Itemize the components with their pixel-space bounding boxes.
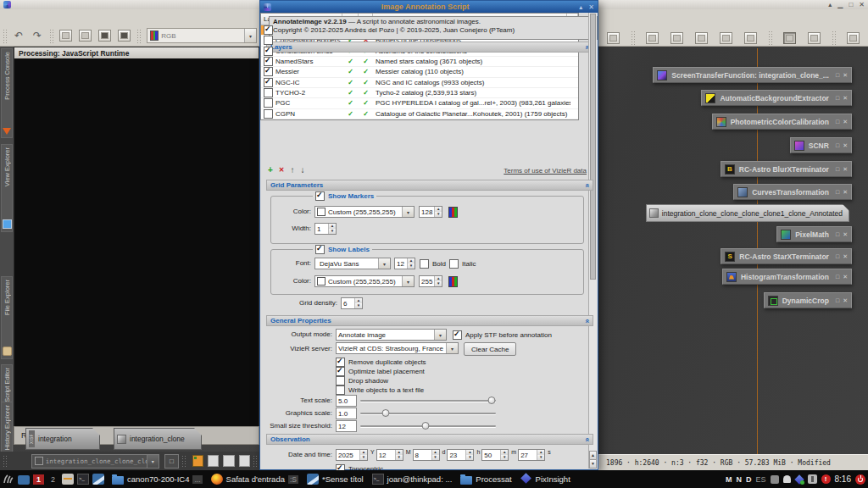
restore-icon[interactable]: □ <box>836 166 839 173</box>
color-picker-icon[interactable] <box>448 207 458 218</box>
window-tool-icon[interactable] <box>646 32 659 44</box>
restore-icon[interactable]: □ <box>849 1 853 8</box>
process-window-titlebar[interactable]: AutomaticBackgroundExtractor □✕ <box>701 90 852 106</box>
desktop-icon[interactable] <box>18 475 30 485</box>
scrollbar-thumb[interactable] <box>590 14 596 280</box>
close-icon[interactable]: ✕ <box>843 119 848 125</box>
close-icon[interactable]: ✕ <box>843 166 848 173</box>
table-row[interactable]: Messier ✓ ✓ Messier catalog (110 objects… <box>261 67 578 77</box>
vizier-server-combo[interactable]: VizieR at CDS: Strasbourg, France <box>336 342 459 354</box>
fit-window-icon[interactable] <box>783 32 796 44</box>
toolbar-handle[interactable] <box>253 455 257 468</box>
table-row[interactable]: TYCHO-2 ✓ ✓ Tycho-2 catalog (2,539,913 s… <box>261 88 578 98</box>
taskbar-window-button[interactable]: *Sense títol <box>303 474 368 485</box>
remove-layer-button[interactable]: ✕ <box>279 165 285 175</box>
window-tool-icon[interactable] <box>847 32 860 44</box>
image-tab-integration[interactable]: XISF integration <box>25 428 100 450</box>
section-general-properties[interactable]: General Properties« <box>266 315 593 326</box>
restore-icon[interactable]: □ <box>836 72 839 79</box>
close-icon[interactable]: ✕ <box>843 142 848 149</box>
workspace-thumb-1[interactable] <box>192 455 203 467</box>
restore-icon[interactable]: □ <box>836 231 839 238</box>
text-scale-slider[interactable] <box>360 396 496 405</box>
redo-icon[interactable]: ↷ <box>33 30 42 41</box>
close-icon[interactable]: ✕ <box>843 189 848 196</box>
annotated-image-tab[interactable]: integration_clone_clone_clone_clone1_clo… <box>646 204 849 222</box>
bold-checkbox[interactable] <box>420 259 429 269</box>
close-icon[interactable]: ✕ <box>859 1 865 8</box>
drop-shadow-checkbox[interactable] <box>336 376 345 385</box>
close-icon[interactable]: ✕ <box>843 95 848 102</box>
label-alpha-spinner[interactable]: 255▲▼ <box>419 275 442 287</box>
minimize-icon[interactable]: ▁ <box>837 1 843 8</box>
window-tool-icon[interactable] <box>670 32 683 44</box>
show-markers-checkbox[interactable] <box>315 191 325 201</box>
marker-alpha-spinner[interactable]: 128▲▼ <box>419 206 442 218</box>
marker-width-spinner[interactable]: 1▲▼ <box>314 223 337 235</box>
section-layers[interactable]: Layers« <box>266 42 593 53</box>
color-picker-icon[interactable] <box>448 276 458 287</box>
chevron-down-icon[interactable] <box>402 276 414 286</box>
process-window-titlebar[interactable]: B RC-Astro BlurXTerminator □✕ <box>721 161 852 177</box>
clock[interactable]: 8:16 <box>835 474 851 484</box>
notifications-bell-icon[interactable] <box>783 475 791 483</box>
restore-icon[interactable]: □ <box>836 95 839 102</box>
add-layer-button[interactable]: + <box>268 165 273 175</box>
restore-icon[interactable]: □ <box>836 119 839 125</box>
layer-checkbox[interactable] <box>264 47 273 56</box>
section-grid-parameters[interactable]: Grid Parameters« <box>266 180 593 191</box>
small-size-slider[interactable] <box>360 421 496 430</box>
console-output[interactable] <box>14 58 259 430</box>
window-menu-icon[interactable] <box>3 474 14 485</box>
taskbar-window-button[interactable]: Safata d'entrada :S <box>207 474 303 485</box>
package-launcher-icon[interactable] <box>62 474 74 485</box>
move-up-button[interactable]: ↑ <box>291 165 295 175</box>
sidebar-tab-console[interactable]: Process Console <box>1 48 13 138</box>
toolbar-handle[interactable] <box>3 29 7 43</box>
toolbar-handle[interactable] <box>49 29 53 43</box>
workspace-2-button[interactable]: 2 <box>47 474 58 485</box>
layer-checkbox[interactable] <box>264 88 273 97</box>
chevron-down-icon[interactable] <box>244 29 256 42</box>
dialog-close-icon[interactable]: ✕ <box>588 3 594 11</box>
process-window-titlebar[interactable]: ScreenTransferFunction: integration_clon… <box>653 67 852 83</box>
restore-icon[interactable]: □ <box>836 253 839 260</box>
pixinsight-tray-icon[interactable] <box>795 475 804 484</box>
layer-checkbox[interactable] <box>264 67 273 76</box>
font-combo[interactable]: DejaVu Sans <box>314 258 391 269</box>
layer-checkbox[interactable] <box>264 98 273 108</box>
second-spinner[interactable]: 27▲▼ <box>518 449 545 461</box>
console-titlebar[interactable]: Processing: JavaScript Runtime <box>14 47 259 58</box>
section-observation[interactable]: Observation« <box>266 434 593 445</box>
rollup-icon[interactable]: ▴ <box>579 3 582 11</box>
rename-view-icon[interactable] <box>59 30 72 42</box>
window-tool-icon[interactable] <box>720 32 732 44</box>
minute-spinner[interactable]: 50▲▼ <box>481 449 509 461</box>
close-icon[interactable]: ✕ <box>843 297 848 304</box>
collapse-icon[interactable]: « <box>582 319 591 323</box>
process-window-titlebar[interactable]: PhotometricColorCalibration □✕ <box>712 114 852 130</box>
toolbar-handle[interactable] <box>3 455 7 468</box>
workspace-1-button[interactable]: 1 <box>33 474 44 485</box>
terminal-launcher-icon[interactable]: >_ <box>77 474 89 485</box>
chevron-down-icon[interactable] <box>446 343 458 353</box>
pin-icon[interactable]: ▴ <box>828 1 832 8</box>
indicator-n[interactable]: N <box>737 475 743 484</box>
process-window-titlebar[interactable]: S RC-Astro StarXTerminator □✕ <box>721 248 852 264</box>
layer-checkbox[interactable] <box>264 78 273 87</box>
close-icon[interactable]: ✕ <box>843 274 848 280</box>
scroll-down-icon[interactable]: ▼ <box>589 459 597 469</box>
restore-icon[interactable]: □ <box>836 297 839 304</box>
restore-icon[interactable]: □ <box>836 142 839 149</box>
label-color-combo[interactable]: Custom (255,255,255) <box>314 275 415 287</box>
chevron-down-icon[interactable] <box>402 207 414 217</box>
toolbar-handle[interactable] <box>136 29 141 43</box>
collapse-icon[interactable]: « <box>582 183 591 187</box>
close-icon[interactable]: ✕ <box>843 72 848 79</box>
sidebar-tab-view[interactable]: View Explorer <box>1 144 13 232</box>
window-tool-icon[interactable] <box>695 32 708 44</box>
zoom-window-icon[interactable] <box>808 32 821 44</box>
workspace-thumb-4[interactable] <box>239 455 250 467</box>
channel-selector[interactable]: RGB <box>147 28 257 43</box>
restore-icon[interactable]: □ <box>836 274 839 280</box>
